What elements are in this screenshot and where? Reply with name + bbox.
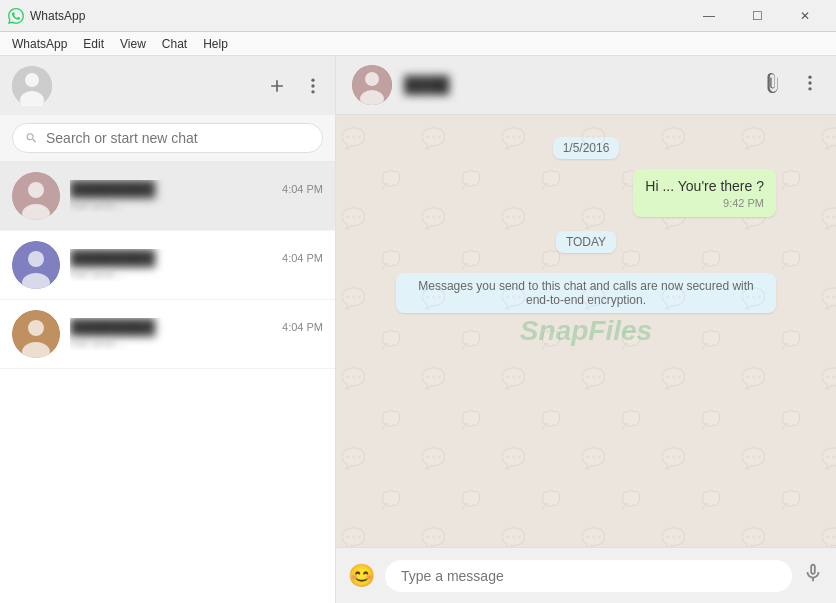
contact-avatar-icon xyxy=(12,172,60,220)
date-badge-text: 1/5/2016 xyxy=(553,137,620,159)
app-container: ████████ 4:04 PM hat and... xyxy=(0,56,836,603)
active-contact-icon xyxy=(352,65,392,105)
title-bar-left: WhatsApp xyxy=(8,8,85,24)
chat-item[interactable]: ████████ 4:04 PM hat and... xyxy=(0,300,335,369)
menu-edit[interactable]: Edit xyxy=(75,32,112,56)
chat-info: ████████ 4:04 PM hat and... xyxy=(70,318,323,350)
avatar-image xyxy=(12,172,60,220)
chat-item[interactable]: ████████ 4:04 PM hat and... xyxy=(0,231,335,300)
close-button[interactable]: ✕ xyxy=(782,0,828,32)
chat-header-right xyxy=(762,72,820,99)
chat-time: 4:04 PM xyxy=(282,183,323,195)
svg-point-16 xyxy=(365,72,379,86)
date-badge-old: 1/5/2016 xyxy=(396,137,776,159)
chat-header-left: ████ xyxy=(352,65,449,105)
svg-point-20 xyxy=(808,87,811,90)
chat-avatar xyxy=(12,310,60,358)
new-chat-button[interactable] xyxy=(267,76,287,96)
input-bar: 😊 xyxy=(336,547,836,603)
bubble-text: Hi ... You're there ? xyxy=(645,178,764,194)
chat-list: ████████ 4:04 PM hat and... xyxy=(0,162,335,603)
svg-point-5 xyxy=(311,90,314,93)
contact-avatar-icon xyxy=(12,241,60,289)
system-message-text: Messages you send to this chat and calls… xyxy=(396,273,776,313)
right-panel: ████ SnapFiles xyxy=(336,56,836,603)
chat-name: ████████ xyxy=(70,180,155,197)
left-header-left xyxy=(12,66,52,106)
date-badge-today: TODAY xyxy=(396,231,776,253)
chat-time: 4:04 PM xyxy=(282,252,323,264)
profile-icon xyxy=(12,66,52,106)
menu-bar: WhatsApp Edit View Chat Help xyxy=(0,32,836,56)
avatar-image xyxy=(12,241,60,289)
left-header xyxy=(0,56,335,115)
chat-avatar xyxy=(12,172,60,220)
emoji-button[interactable]: 😊 xyxy=(348,563,375,589)
search-container xyxy=(0,115,335,162)
contact-name: ████ xyxy=(404,76,449,94)
chat-name: ████████ xyxy=(70,318,155,335)
search-icon xyxy=(25,131,38,145)
bubble-time: 9:42 PM xyxy=(645,197,764,209)
chat-name: ████████ xyxy=(70,249,155,266)
mic-button[interactable] xyxy=(802,562,824,589)
active-chat-avatar[interactable] xyxy=(352,65,392,105)
watermark: SnapFiles xyxy=(520,315,652,347)
menu-view[interactable]: View xyxy=(112,32,154,56)
today-badge-text: TODAY xyxy=(556,231,616,253)
paperclip-icon xyxy=(762,72,784,94)
contact-avatar-icon xyxy=(12,310,60,358)
chat-messages: SnapFiles 1/5/2016 Hi ... You're there ?… xyxy=(336,115,836,547)
chat-more-button[interactable] xyxy=(800,73,820,98)
search-box xyxy=(12,123,323,153)
chat-preview: hat and... xyxy=(70,266,323,281)
chat-name-row: ████████ 4:04 PM xyxy=(70,249,323,266)
menu-whatsapp[interactable]: WhatsApp xyxy=(4,32,75,56)
chat-preview: hat and... xyxy=(70,197,323,212)
svg-point-4 xyxy=(311,84,314,87)
left-panel: ████████ 4:04 PM hat and... xyxy=(0,56,336,603)
chat-name-row: ████████ 4:04 PM xyxy=(70,180,323,197)
chat-more-icon xyxy=(800,73,820,93)
chat-info: ████████ 4:04 PM hat and... xyxy=(70,249,323,281)
app-icon xyxy=(8,8,24,24)
svg-point-7 xyxy=(28,182,44,198)
svg-point-13 xyxy=(28,320,44,336)
bubble-content: Hi ... You're there ? 9:42 PM xyxy=(633,169,776,217)
svg-point-10 xyxy=(28,251,44,267)
chat-preview: hat and... xyxy=(70,335,323,350)
chat-time: 4:04 PM xyxy=(282,321,323,333)
svg-point-1 xyxy=(25,73,39,87)
chat-item[interactable]: ████████ 4:04 PM hat and... xyxy=(0,162,335,231)
menu-help[interactable]: Help xyxy=(195,32,236,56)
message-input[interactable] xyxy=(385,560,792,592)
microphone-icon xyxy=(802,562,824,584)
title-bar-title: WhatsApp xyxy=(30,9,85,23)
new-chat-icon xyxy=(267,76,287,96)
maximize-button[interactable]: ☐ xyxy=(734,0,780,32)
menu-chat[interactable]: Chat xyxy=(154,32,195,56)
left-header-right xyxy=(267,76,323,96)
minimize-button[interactable]: — xyxy=(686,0,732,32)
svg-point-18 xyxy=(808,75,811,78)
system-message: Messages you send to this chat and calls… xyxy=(396,273,776,313)
chat-header: ████ xyxy=(336,56,836,115)
message-bubble-sent: Hi ... You're there ? 9:42 PM xyxy=(633,169,776,217)
chat-info: ████████ 4:04 PM hat and... xyxy=(70,180,323,212)
chat-avatar xyxy=(12,241,60,289)
attachment-button[interactable] xyxy=(762,72,784,99)
chat-name-row: ████████ 4:04 PM xyxy=(70,318,323,335)
title-bar-controls: — ☐ ✕ xyxy=(686,0,828,32)
more-options-button[interactable] xyxy=(303,76,323,96)
more-icon xyxy=(303,76,323,96)
search-input[interactable] xyxy=(46,130,310,146)
title-bar: WhatsApp — ☐ ✕ xyxy=(0,0,836,32)
svg-point-3 xyxy=(311,78,314,81)
svg-point-19 xyxy=(808,81,811,84)
user-avatar[interactable] xyxy=(12,66,52,106)
avatar-image xyxy=(12,310,60,358)
